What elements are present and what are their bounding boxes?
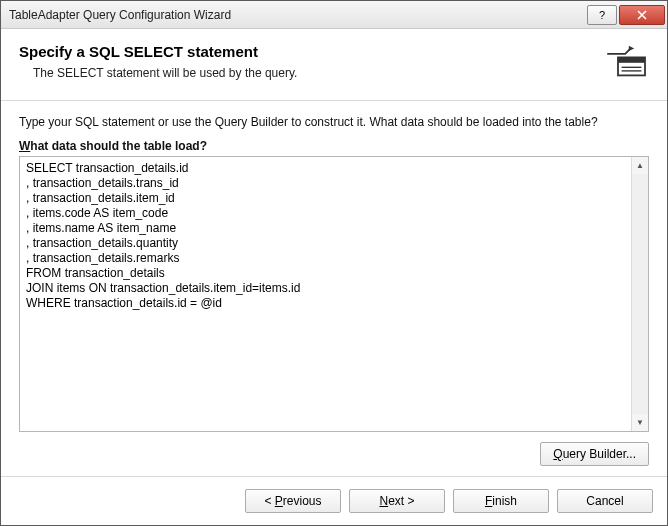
close-button[interactable] xyxy=(619,5,665,25)
scrollbar[interactable]: ▲ ▼ xyxy=(631,157,648,431)
wizard-window: TableAdapter Query Configuration Wizard … xyxy=(0,0,668,526)
below-textarea-row: Query Builder... xyxy=(19,432,649,466)
finish-button[interactable]: Finish xyxy=(453,489,549,513)
titlebar: TableAdapter Query Configuration Wizard … xyxy=(1,1,667,29)
previous-button[interactable]: < Previous xyxy=(245,489,341,513)
cancel-button[interactable]: Cancel xyxy=(557,489,653,513)
scroll-down-icon[interactable]: ▼ xyxy=(632,414,648,431)
header-text: Specify a SQL SELECT statement The SELEC… xyxy=(19,43,593,80)
query-builder-button[interactable]: Query Builder... xyxy=(540,442,649,466)
wizard-footer: < Previous Next > Finish Cancel xyxy=(1,476,667,525)
svg-marker-0 xyxy=(629,46,634,51)
sql-field-label: What data should the table load? xyxy=(19,139,649,153)
header-subtitle: The SELECT statement will be used by the… xyxy=(19,66,593,80)
wizard-body: Type your SQL statement or use the Query… xyxy=(1,101,667,476)
next-button[interactable]: Next > xyxy=(349,489,445,513)
sql-textarea[interactable] xyxy=(20,157,631,431)
help-button[interactable]: ? xyxy=(587,5,617,25)
svg-rect-2 xyxy=(618,57,645,62)
window-title: TableAdapter Query Configuration Wizard xyxy=(9,8,585,22)
instruction-text: Type your SQL statement or use the Query… xyxy=(19,115,649,129)
titlebar-buttons: ? xyxy=(585,5,665,25)
wizard-icon xyxy=(605,43,649,82)
scroll-up-icon[interactable]: ▲ xyxy=(632,157,648,174)
header-title: Specify a SQL SELECT statement xyxy=(19,43,593,60)
wizard-header: Specify a SQL SELECT statement The SELEC… xyxy=(1,29,667,101)
sql-textarea-wrap: ▲ ▼ xyxy=(19,156,649,432)
